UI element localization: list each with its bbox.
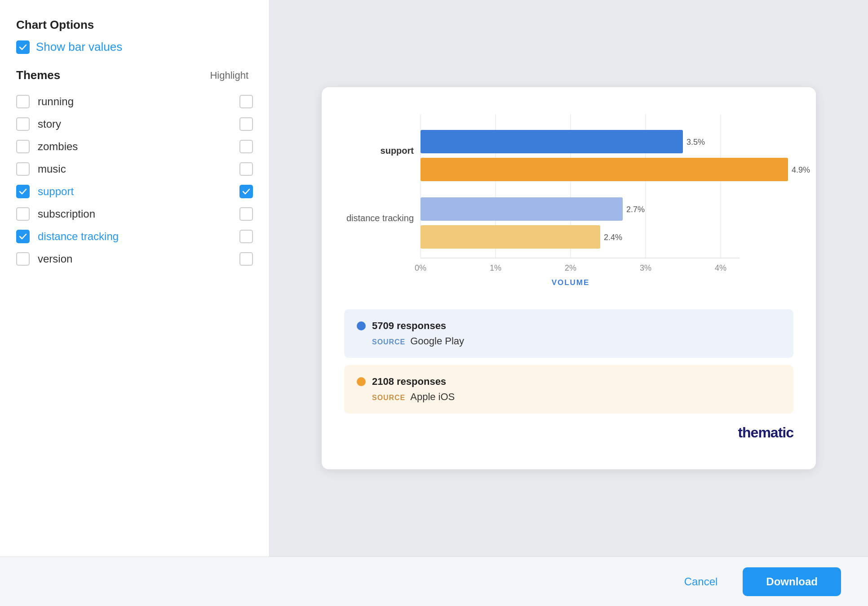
theme-checkbox-subscription[interactable] [16,207,30,221]
theme-name-support: support [38,185,74,198]
theme-name-music: music [38,163,66,175]
apple-source-name: Apple iOS [410,391,455,402]
source-boxes: 5709 responses SOURCE Google Play 2108 r… [344,309,793,414]
bar-support-google [421,130,683,153]
apple-dot-icon [357,377,366,386]
theme-row-subscription: subscription [16,203,253,225]
highlight-checkbox-subscription[interactable] [239,207,253,221]
google-source-label: SOURCE Google Play [372,335,781,347]
theme-checkbox-distance-tracking[interactable] [16,230,30,243]
source-box-google: 5709 responses SOURCE Google Play [344,309,793,358]
highlight-checkbox-support[interactable] [239,185,253,198]
google-dot-icon [357,321,366,330]
left-panel: Chart Options Show bar values Themes Hig… [0,0,270,557]
bar-label-support-google: 3.5% [686,138,705,147]
theme-name-subscription: subscription [38,208,95,220]
y-label-support: support [381,146,414,156]
theme-row-zombies: zombies [16,135,253,158]
chart-area: support 3.5% 4.9% distance tracking 2.7% [344,105,793,296]
highlight-checkbox-distance-tracking[interactable] [239,230,253,243]
highlight-checkbox-running[interactable] [239,95,253,108]
theme-row-support: support [16,180,253,203]
theme-name-running: running [38,95,74,108]
x-axis-label-3: 3% [640,263,651,272]
theme-checkbox-running[interactable] [16,95,30,108]
highlight-checkbox-story[interactable] [239,117,253,131]
x-axis-label-4: 4% [715,263,726,272]
theme-row-distance-tracking: distance tracking [16,225,253,248]
highlight-checkbox-zombies[interactable] [239,140,253,153]
main-container: Chart Options Show bar values Themes Hig… [0,0,868,557]
apple-source-tag: SOURCE [372,394,405,401]
download-button[interactable]: Download [743,567,841,596]
apple-responses-count: 2108 responses [372,376,446,388]
highlight-column-label: Highlight [210,70,248,81]
thematic-brand: thematic [344,424,793,441]
theme-checkbox-support[interactable] [16,185,30,198]
y-label-distance-tracking: distance tracking [346,213,414,223]
bar-label-distance-apple: 2.4% [604,233,622,242]
bar-label-support-apple: 4.9% [792,165,810,174]
chart-options-title: Chart Options [16,18,253,32]
themes-section: Themes Highlight running story [16,68,253,270]
theme-checkbox-zombies[interactable] [16,140,30,153]
theme-row-running: running [16,90,253,113]
x-axis-label-2: 2% [565,263,576,272]
bar-label-distance-google: 2.7% [626,205,645,214]
theme-checkbox-music[interactable] [16,162,30,176]
theme-row-version: version [16,248,253,270]
highlight-checkbox-version[interactable] [239,252,253,266]
theme-row-music: music [16,158,253,180]
theme-name-zombies: zombies [38,140,78,153]
theme-name-version: version [38,253,72,265]
highlight-checkbox-music[interactable] [239,162,253,176]
right-panel: support 3.5% 4.9% distance tracking 2.7% [270,0,868,557]
x-axis-volume-label: VOLUME [552,278,590,287]
theme-row-story: story [16,113,253,135]
theme-name-distance-tracking: distance tracking [38,230,119,243]
google-source-tag: SOURCE [372,338,405,346]
themes-title: Themes [16,68,60,82]
show-bar-values-label: Show bar values [36,40,122,54]
google-responses-count: 5709 responses [372,320,446,332]
apple-source-label: SOURCE Apple iOS [372,391,781,403]
footer: Cancel Download [0,557,868,606]
source-box-apple: 2108 responses SOURCE Apple iOS [344,365,793,414]
apple-responses-row: 2108 responses [357,376,781,388]
bar-distance-apple [421,225,600,249]
google-source-name: Google Play [410,335,464,347]
bar-chart-svg: support 3.5% 4.9% distance tracking 2.7% [344,105,793,294]
x-axis-label-1: 1% [490,263,501,272]
chart-card: support 3.5% 4.9% distance tracking 2.7% [322,87,816,469]
show-bar-values-checkbox[interactable] [16,40,30,54]
show-bar-row: Show bar values [16,40,253,54]
theme-checkbox-version[interactable] [16,252,30,266]
x-axis-label-0: 0% [415,263,426,272]
bar-support-apple [421,158,788,181]
themes-header: Themes Highlight [16,68,253,82]
theme-checkbox-story[interactable] [16,117,30,131]
theme-name-story: story [38,118,61,130]
google-responses-row: 5709 responses [357,320,781,332]
bar-distance-google [421,197,623,221]
cancel-button[interactable]: Cancel [672,569,731,594]
